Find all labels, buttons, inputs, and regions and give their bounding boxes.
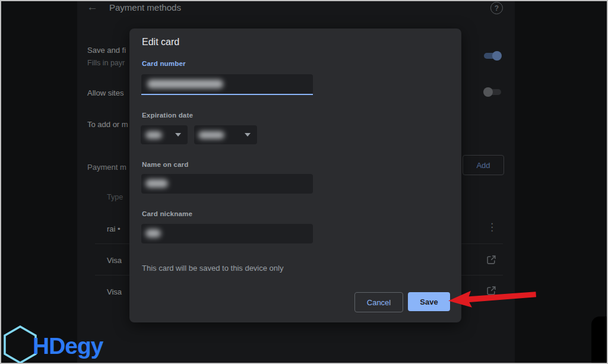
card-nickname-label: Card nickname: [142, 210, 192, 217]
watermark-logo: HDegy: [0, 321, 131, 364]
expiration-month-select[interactable]: [141, 125, 188, 144]
dialog-title: Edit card: [142, 37, 179, 48]
name-on-card-input[interactable]: [141, 174, 313, 194]
redacted-year: [198, 131, 224, 139]
hexagon-icon: [4, 325, 37, 364]
watermark-text: HDegy: [33, 333, 103, 359]
save-button[interactable]: Save: [408, 292, 450, 311]
card-nickname-input[interactable]: [141, 224, 313, 243]
cancel-button[interactable]: Cancel: [354, 292, 403, 312]
chevron-down-icon: [175, 133, 181, 137]
edit-card-dialog: Edit card Card number Expiration date Na…: [129, 29, 461, 322]
chevron-down-icon: [245, 133, 251, 137]
card-number-label: Card number: [142, 60, 186, 67]
device-only-note: This card will be saved to this device o…: [142, 264, 283, 273]
redacted-month: [145, 131, 162, 139]
redacted-card-number: [147, 80, 223, 88]
redacted-nickname: [145, 229, 161, 238]
corner-overlay: [591, 316, 608, 364]
screenshot-root: ← Payment methods ? Save and fi Fills in…: [0, 0, 608, 364]
name-on-card-label: Name on card: [142, 161, 188, 168]
expiration-year-select[interactable]: [194, 125, 257, 144]
redacted-name: [145, 179, 168, 188]
card-number-input[interactable]: [141, 74, 313, 95]
expiration-date-label: Expiration date: [142, 112, 193, 119]
